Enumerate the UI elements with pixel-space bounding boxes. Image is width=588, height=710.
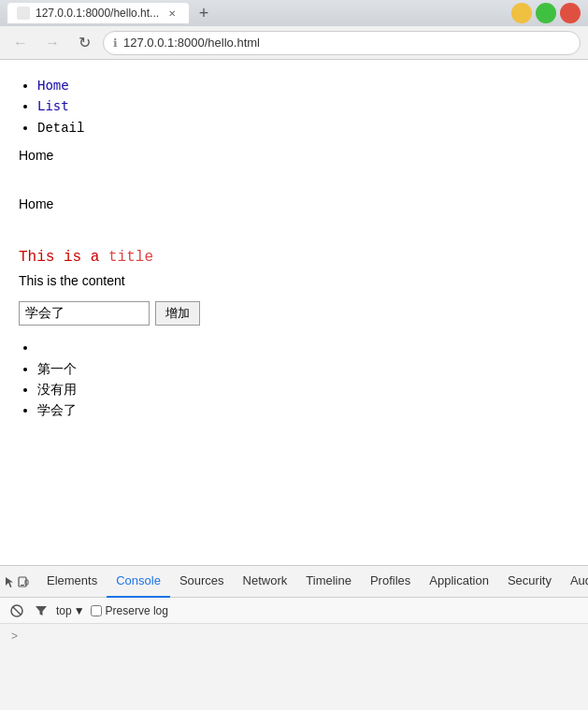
tab-title: 127.0.0.1:8000/hello.ht... xyxy=(36,7,159,20)
preserve-log-label: Preserve log xyxy=(106,604,168,617)
tab-network[interactable]: Network xyxy=(234,566,297,598)
devtools-toolbar: top ▼ Preserve log xyxy=(0,598,588,624)
item-input[interactable] xyxy=(19,301,150,326)
nav-item-home: Home xyxy=(37,75,569,95)
maximize-button[interactable] xyxy=(536,3,556,23)
nav-link-list[interactable]: List xyxy=(37,98,69,113)
nav-item-list: List xyxy=(37,95,569,116)
devtools-tab-bar: Elements Console Sources Network Timelin… xyxy=(0,566,588,598)
preserve-log-checkbox[interactable] xyxy=(91,605,102,616)
preserve-log-option[interactable]: Preserve log xyxy=(91,604,168,617)
home-heading-2: Home xyxy=(19,196,569,211)
home-heading-1: Home xyxy=(19,148,569,163)
list-item-3: 学会了 xyxy=(37,399,569,420)
filter-button[interactable] xyxy=(32,601,50,620)
tab-favicon xyxy=(17,7,30,20)
device-mode-button[interactable] xyxy=(17,569,30,595)
tab-security[interactable]: Security xyxy=(498,566,561,598)
title-bar: 127.0.0.1:8000/hello.ht... ✕ + xyxy=(0,0,588,26)
clear-console-button[interactable] xyxy=(7,601,26,620)
item-list: 第一个 没有用 学会了 xyxy=(37,337,569,421)
tab-application[interactable]: Application xyxy=(420,566,498,598)
browser-tab[interactable]: 127.0.0.1:8000/hello.ht... ✕ xyxy=(7,3,189,23)
reload-button[interactable]: ↻ xyxy=(71,30,97,56)
console-prompt-icon[interactable]: > xyxy=(11,630,18,643)
tab-sources[interactable]: Sources xyxy=(170,566,234,598)
inspect-element-button[interactable] xyxy=(4,569,17,595)
list-item-1: 第一个 xyxy=(37,358,569,379)
new-tab-button[interactable]: + xyxy=(193,2,215,24)
input-row: 增加 xyxy=(19,301,569,326)
url-bar[interactable]: ℹ 127.0.0.1:8000/hello.html xyxy=(103,31,581,55)
tab-console[interactable]: Console xyxy=(107,566,170,598)
title-prefix: This is a xyxy=(19,249,108,266)
tab-audits[interactable]: Audits xyxy=(561,566,588,598)
window-controls xyxy=(511,3,581,23)
page-body-text: This is the content xyxy=(19,273,569,288)
back-button[interactable]: ← xyxy=(7,30,34,56)
title-word: title xyxy=(108,249,153,266)
devtools-console-content: > xyxy=(0,624,588,648)
add-button[interactable]: 增加 xyxy=(155,301,200,326)
nav-item-detail: Detail xyxy=(37,117,569,138)
url-lock-icon: ℹ xyxy=(113,36,118,50)
list-item-2: 没有用 xyxy=(37,379,569,399)
context-label: top xyxy=(56,604,72,617)
devtools-panel: Elements Console Sources Network Timelin… xyxy=(0,565,588,710)
nav-link-home[interactable]: Home xyxy=(37,78,69,93)
page-content: Home List Detail Home Home This is a tit… xyxy=(0,60,588,565)
tab-close-button[interactable]: ✕ xyxy=(165,6,179,21)
nav-detail-text: Detail xyxy=(37,121,84,136)
tab-timeline[interactable]: Timeline xyxy=(296,566,361,598)
page-title: This is a title xyxy=(19,249,569,266)
close-button[interactable] xyxy=(560,3,581,23)
tab-elements[interactable]: Elements xyxy=(37,566,107,598)
tab-profiles[interactable]: Profiles xyxy=(361,566,420,598)
list-item-0 xyxy=(37,337,569,357)
url-text: 127.0.0.1:8000/hello.html xyxy=(123,36,260,50)
forward-button[interactable]: → xyxy=(39,30,65,56)
nav-list: Home List Detail xyxy=(37,75,569,138)
minimize-button[interactable] xyxy=(511,3,532,23)
svg-line-4 xyxy=(13,607,21,615)
svg-rect-1 xyxy=(21,585,24,586)
context-selector[interactable]: top ▼ xyxy=(56,604,85,617)
address-bar: ← → ↻ ℹ 127.0.0.1:8000/hello.html xyxy=(0,26,588,60)
context-dropdown-icon: ▼ xyxy=(74,604,85,617)
